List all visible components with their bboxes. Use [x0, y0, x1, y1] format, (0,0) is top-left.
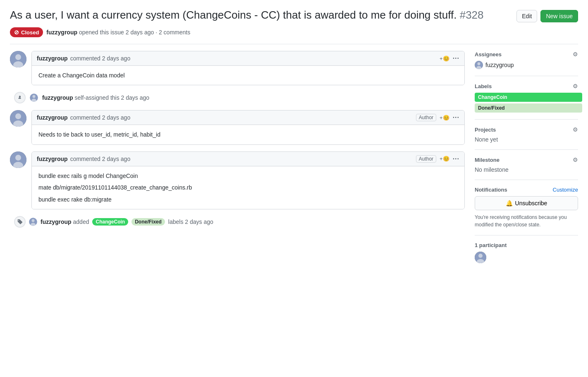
- comment-box-2: fuzzygroup commented 2 days ago Author +…: [31, 110, 465, 144]
- more-button-2[interactable]: ···: [453, 114, 459, 121]
- avatar-3: [10, 151, 26, 168]
- edit-button[interactable]: Edit: [516, 10, 537, 22]
- comment-header-3: fuzzygroup commented 2 days ago Author +…: [32, 152, 464, 166]
- author-badge-2: Author: [416, 114, 436, 121]
- svg-point-19: [478, 254, 483, 258]
- assignee-avatar: [475, 61, 483, 69]
- sidebar-assignee-row: fuzzygroup: [475, 61, 578, 69]
- comment-box-1: fuzzygroup commented 2 days ago +😊 ··· C…: [31, 51, 465, 85]
- sidebar-labels: Labels ⚙ ChangeCoin Done/Fixed: [475, 76, 578, 120]
- comment-header-1: fuzzygroup commented 2 days ago +😊 ···: [32, 51, 464, 66]
- participants-title: 1 participant: [475, 242, 578, 248]
- comment-box-3: fuzzygroup commented 2 days ago Author +…: [31, 151, 465, 209]
- svg-point-13: [32, 219, 35, 222]
- comment-header-left-2: fuzzygroup commented 2 days ago: [37, 114, 130, 121]
- comment-text-1: Create a ChangeCoin data model: [38, 71, 458, 80]
- labels-event-block: fuzzygroup added ChangeCoin Done/Fixed l…: [10, 216, 465, 228]
- sidebar-assignees-header: Assignees ⚙: [475, 51, 578, 58]
- sidebar-notifications-title: Notifications: [475, 187, 507, 193]
- labels-gear-icon[interactable]: ⚙: [573, 83, 578, 89]
- comment-author-3: fuzzygroup: [37, 156, 68, 162]
- avatar-1: [10, 51, 26, 67]
- page-header: As a user, I want a currency system (Cha…: [10, 8, 578, 22]
- sidebar-assignees-title: Assignees: [475, 51, 502, 58]
- comment-header-right-1: +😊 ···: [440, 55, 459, 62]
- participant-section: 1 participant: [475, 235, 578, 263]
- sidebar-assignees: Assignees ⚙ fuzzygroup: [475, 51, 578, 76]
- comment-header-2: fuzzygroup commented 2 days ago Author +…: [32, 110, 464, 125]
- event-person-icon: [14, 92, 26, 103]
- closed-icon: ⊘: [14, 29, 19, 36]
- comment-text-2: Needs to tie back to user_id, metric_id,…: [38, 130, 458, 139]
- unsubscribe-button[interactable]: 🔔 Unsubscribe: [475, 196, 578, 210]
- comment-body-1: Create a ChangeCoin data model: [32, 66, 464, 85]
- sidebar-milestone-value: No milestone: [475, 166, 509, 173]
- labels-event-author: fuzzygroup: [41, 219, 72, 225]
- comment-block-1: fuzzygroup commented 2 days ago +😊 ··· C…: [10, 51, 465, 85]
- sidebar-labels-header: Labels ⚙: [475, 83, 578, 89]
- comment-line-3: bundle exec rake db:migrate: [38, 195, 458, 204]
- svg-point-16: [478, 62, 480, 65]
- sidebar-projects: Projects ⚙ None yet: [475, 120, 578, 150]
- unsubscribe-icon: 🔔: [506, 200, 513, 207]
- event-author: fuzzygroup: [42, 94, 73, 101]
- comment-block-2: fuzzygroup commented 2 days ago Author +…: [10, 110, 465, 144]
- timeline: fuzzygroup commented 2 days ago +😊 ··· C…: [10, 51, 465, 263]
- comment-line-2: mate db/migrate/20191101144038_create_ch…: [38, 183, 458, 192]
- comment-header-left-3: fuzzygroup commented 2 days ago: [37, 156, 130, 162]
- emoji-button-2[interactable]: +😊: [440, 115, 449, 121]
- comment-body-2: Needs to tie back to user_id, metric_id,…: [32, 125, 464, 144]
- emoji-button-3[interactable]: +😊: [440, 156, 449, 162]
- label-block: ChangeCoin Done/Fixed: [475, 93, 578, 113]
- svg-point-10: [15, 155, 21, 161]
- opened-text: opened this issue 2 days ago: [79, 29, 154, 36]
- more-button-1[interactable]: ···: [453, 55, 459, 62]
- main-layout: fuzzygroup commented 2 days ago +😊 ··· C…: [10, 51, 578, 263]
- sidebar-label-donefixed: Done/Fixed: [475, 103, 582, 113]
- new-issue-button[interactable]: New issue: [540, 10, 578, 22]
- header-actions: Edit New issue: [516, 8, 578, 22]
- event-self-assigned: fuzzygroup self-assigned this 2 days ago: [10, 92, 465, 103]
- header-divider: [10, 44, 578, 44]
- avatar-2: [10, 110, 26, 127]
- comment-header-right-2: Author +😊 ···: [416, 114, 459, 121]
- sidebar-projects-title: Projects: [475, 127, 496, 133]
- author-badge-3: Author: [416, 155, 436, 163]
- svg-point-7: [15, 113, 21, 119]
- svg-point-1: [15, 54, 21, 60]
- labels-event-time: labels 2 days ago: [168, 219, 213, 225]
- issue-title: As a user, I want a currency system (Cha…: [10, 8, 508, 22]
- projects-gear-icon[interactable]: ⚙: [573, 126, 578, 133]
- event-label-changecoin: ChangeCoin: [92, 218, 128, 226]
- status-text: Closed: [21, 29, 39, 36]
- issue-meta: ⊘ Closed fuzzygroup opened this issue 2 …: [10, 27, 578, 37]
- sidebar-label-changecoin: ChangeCoin: [475, 93, 582, 102]
- unsubscribe-label: Unsubscribe: [515, 200, 547, 207]
- comment-time-2: commented 2 days ago: [70, 114, 131, 121]
- comment-time-3: commented 2 days ago: [70, 156, 131, 162]
- emoji-button-1[interactable]: +😊: [440, 55, 449, 62]
- labels-event-avatar: [29, 218, 37, 226]
- sidebar-projects-value: None yet: [475, 136, 498, 143]
- comments-count: 2 comments: [159, 29, 190, 36]
- author-name: fuzzygroup: [46, 29, 77, 36]
- event-action: self-assigned this 2 days ago: [75, 94, 150, 101]
- milestone-gear-icon[interactable]: ⚙: [573, 156, 578, 163]
- sidebar-projects-header: Projects ⚙: [475, 126, 578, 133]
- labels-event-added: added: [73, 219, 89, 225]
- comment-author-2: fuzzygroup: [37, 114, 68, 121]
- notifications-header: Notifications Customize: [475, 187, 578, 193]
- comment-block-3: fuzzygroup commented 2 days ago Author +…: [10, 151, 465, 209]
- issue-number: #328: [460, 9, 484, 21]
- svg-point-4: [33, 95, 36, 98]
- comment-header-right-3: Author +😊 ···: [416, 155, 459, 163]
- meta-author: fuzzygroup opened this issue 2 days ago …: [46, 29, 190, 36]
- assignees-gear-icon[interactable]: ⚙: [573, 51, 578, 58]
- customize-link[interactable]: Customize: [553, 187, 578, 193]
- more-button-3[interactable]: ···: [453, 155, 459, 163]
- sidebar-milestone-title: Milestone: [475, 157, 500, 163]
- sidebar-milestone-header: Milestone ⚙: [475, 156, 578, 163]
- comment-line-1: bundle exec rails g model ChangeCoin: [38, 171, 458, 180]
- label-event-icon: [14, 216, 26, 228]
- notification-reason: You're receiving notifications because y…: [475, 214, 578, 228]
